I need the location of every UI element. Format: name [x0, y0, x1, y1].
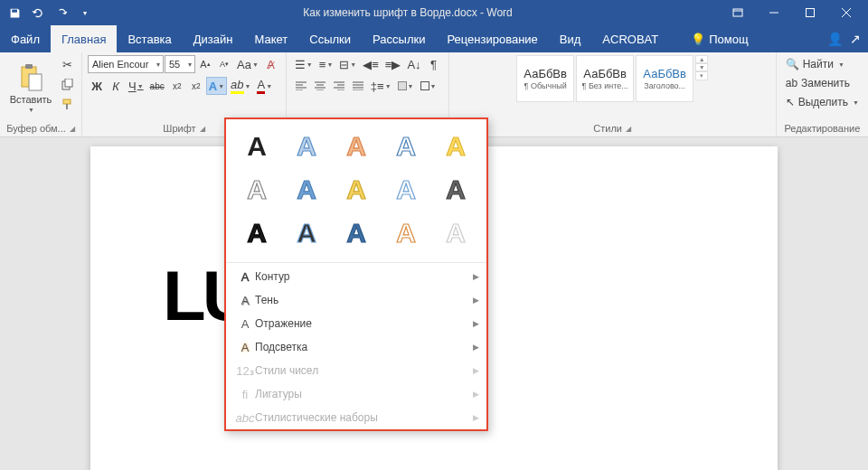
- undo-icon[interactable]: [27, 3, 49, 23]
- svg-text:A: A: [446, 131, 466, 161]
- text-effect-preset-13[interactable]: A: [335, 213, 379, 253]
- highlight-button[interactable]: ab▼: [228, 77, 253, 95]
- style-normal[interactable]: АаБбВв¶ Обычный: [516, 55, 574, 102]
- svg-text:A: A: [396, 174, 416, 204]
- justify-icon[interactable]: [349, 77, 367, 95]
- replace-button[interactable]: abЗаменить: [782, 74, 863, 92]
- tab-references[interactable]: Ссылки: [298, 25, 362, 52]
- subscript-icon[interactable]: x2: [168, 77, 186, 95]
- save-icon[interactable]: [4, 3, 25, 23]
- stylistic-sets-icon: abc: [235, 411, 255, 425]
- text-effect-preset-15[interactable]: A: [433, 213, 477, 253]
- numbering-icon[interactable]: ≡▼: [316, 55, 336, 73]
- paste-button[interactable]: Вставить ▼: [5, 55, 56, 120]
- text-effect-preset-4[interactable]: A: [383, 127, 428, 166]
- cut-icon[interactable]: ✂: [58, 55, 76, 73]
- chevron-right-icon: ▶: [473, 366, 479, 375]
- text-effect-preset-10[interactable]: A: [433, 170, 477, 210]
- tab-home[interactable]: Главная: [51, 25, 117, 52]
- strikethrough-button[interactable]: abc: [147, 77, 167, 95]
- tab-review[interactable]: Рецензирование: [436, 25, 548, 52]
- font-group-label: Шрифт: [163, 123, 195, 134]
- svg-text:A: A: [297, 174, 316, 204]
- ligatures-icon: fi: [235, 388, 255, 401]
- minimize-icon[interactable]: [756, 0, 792, 25]
- text-effect-preset-1[interactable]: A: [235, 127, 279, 166]
- chevron-right-icon: ▶: [473, 413, 479, 422]
- align-left-icon[interactable]: [292, 77, 310, 95]
- account-icon[interactable]: 👤: [827, 32, 843, 46]
- bullets-icon[interactable]: ☰▼: [292, 55, 316, 73]
- tab-design[interactable]: Дизайн: [183, 25, 244, 52]
- menu-reflection[interactable]: AОтражение▶: [226, 312, 486, 335]
- text-effect-preset-6[interactable]: A: [235, 170, 279, 210]
- maximize-icon[interactable]: [792, 0, 828, 25]
- menu-shadow[interactable]: AТень▶: [226, 288, 486, 312]
- align-right-icon[interactable]: [330, 77, 348, 95]
- grow-font-icon[interactable]: A▴: [196, 55, 214, 73]
- styles-scroll-up-icon[interactable]: ▲: [695, 55, 708, 63]
- text-effects-button[interactable]: A▼: [206, 77, 227, 95]
- share-icon[interactable]: ↗: [850, 32, 861, 46]
- format-painter-icon[interactable]: [58, 95, 76, 113]
- font-name-selector[interactable]: Alien Encour: [88, 55, 164, 73]
- menu-number-styles: 12₃Стили чисел▶: [226, 359, 486, 382]
- line-spacing-icon[interactable]: ‡≡▼: [368, 77, 394, 95]
- chevron-right-icon: ▶: [473, 343, 479, 352]
- text-effect-preset-5[interactable]: A: [433, 127, 477, 166]
- find-button[interactable]: 🔍Найти▼: [782, 55, 863, 73]
- glow-a-icon: A: [235, 341, 255, 354]
- qat-customize-icon[interactable]: ▾: [74, 3, 96, 23]
- text-effect-preset-8[interactable]: A: [335, 170, 379, 210]
- close-icon[interactable]: [828, 0, 864, 25]
- italic-button[interactable]: К: [107, 77, 125, 95]
- styles-scroll-down-icon[interactable]: ▼: [695, 63, 708, 71]
- increase-indent-icon[interactable]: ≡▶: [382, 55, 404, 73]
- copy-icon[interactable]: [58, 75, 76, 93]
- clear-formatting-icon[interactable]: A̷: [262, 55, 280, 73]
- show-marks-icon[interactable]: ¶: [425, 55, 443, 73]
- tab-layout[interactable]: Макет: [243, 25, 298, 52]
- align-center-icon[interactable]: [311, 77, 329, 95]
- text-effect-preset-14[interactable]: A: [383, 213, 428, 253]
- change-case-icon[interactable]: Aa▼: [234, 55, 261, 73]
- redo-icon[interactable]: [51, 3, 72, 23]
- multilevel-list-icon[interactable]: ⊟▼: [336, 55, 359, 73]
- text-effect-preset-7[interactable]: A: [285, 170, 329, 210]
- dialog-launcher-icon[interactable]: ◢: [70, 125, 75, 133]
- underline-button[interactable]: Ч▼: [126, 77, 146, 95]
- tell-me[interactable]: 💡 Помощ: [680, 25, 759, 52]
- clipboard-group-label: Буфер обм...: [6, 123, 66, 134]
- font-size-selector[interactable]: 55: [165, 55, 195, 73]
- menu-glow[interactable]: AПодсветка▶: [226, 335, 486, 359]
- shrink-font-icon[interactable]: A▾: [215, 55, 233, 73]
- menu-outline[interactable]: AКонтур▶: [226, 265, 486, 288]
- select-button[interactable]: ↖Выделить▼: [782, 93, 863, 111]
- tab-mailings[interactable]: Рассылки: [362, 25, 436, 52]
- bold-button[interactable]: Ж: [88, 77, 106, 95]
- tab-acrobat[interactable]: ACROBAT: [591, 25, 669, 52]
- paste-label: Вставить: [10, 94, 52, 105]
- shading-icon[interactable]: ▼: [395, 77, 417, 95]
- sort-icon[interactable]: A↓: [404, 55, 423, 73]
- style-heading1[interactable]: АаБбВвЗаголово...: [636, 55, 693, 102]
- styles-expand-icon[interactable]: ▾: [695, 71, 708, 80]
- text-effect-preset-2[interactable]: A: [285, 127, 329, 166]
- dialog-launcher-icon[interactable]: ◢: [200, 125, 205, 133]
- borders-icon[interactable]: ▼: [418, 77, 439, 95]
- tab-view[interactable]: Вид: [549, 25, 592, 52]
- text-effect-preset-3[interactable]: A: [335, 127, 379, 166]
- tab-file[interactable]: Файл: [0, 25, 51, 52]
- window-controls: [720, 0, 864, 25]
- tab-insert[interactable]: Вставка: [117, 25, 182, 52]
- dialog-launcher-icon[interactable]: ◢: [626, 125, 631, 133]
- chevron-down-icon: ▼: [28, 107, 34, 113]
- superscript-icon[interactable]: x2: [187, 77, 205, 95]
- font-color-button[interactable]: A▼: [254, 77, 275, 95]
- decrease-indent-icon[interactable]: ◀≡: [360, 55, 382, 73]
- style-no-spacing[interactable]: АаБбВв¶ Без инте...: [576, 55, 634, 102]
- text-effect-preset-12[interactable]: A: [285, 213, 329, 253]
- text-effect-preset-9[interactable]: A: [383, 170, 428, 210]
- ribbon-display-icon[interactable]: [720, 0, 756, 25]
- text-effect-preset-11[interactable]: A: [235, 213, 279, 253]
